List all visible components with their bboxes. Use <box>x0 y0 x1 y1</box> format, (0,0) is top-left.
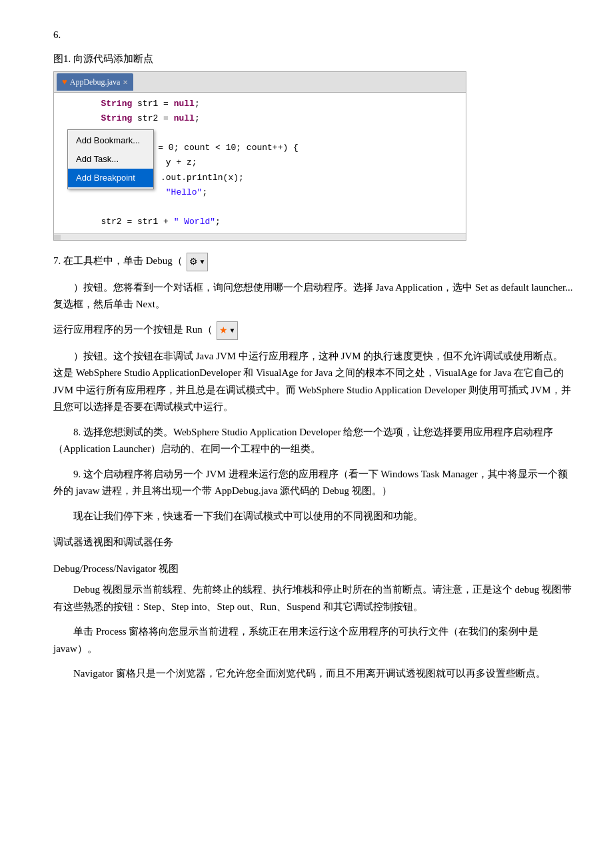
step-6-label: 6. <box>53 27 573 44</box>
step-7-text-before: 7. 在工具栏中，单击 Debug（ <box>53 255 183 266</box>
java-file-icon: ♥ <box>62 75 67 89</box>
code-line-7: str2 = str1 + " World"; <box>54 215 466 229</box>
run-button-section: 运行应用程序的另一个按钮是 Run（ ★ ▼ <box>53 321 573 340</box>
code-tab-bar: ♥ AppDebug.java ✕ <box>54 72 466 93</box>
step-9-paragraph: 9. 这个启动程序将启动另一个 JVM 进程来运行您的应用程序（看一下 Wind… <box>53 466 573 500</box>
gear-icon: ⚙ <box>189 254 198 270</box>
context-menu-add-breakpoint[interactable]: Add Breakpoint <box>68 169 153 187</box>
code-line-2: String str2 = null; <box>54 111 466 126</box>
process-desc-paragraph: 单击 Process 窗格将向您显示当前进程，系统正在用来运行这个应用程序的可执… <box>53 623 573 657</box>
tab-close-icon[interactable]: ✕ <box>123 77 128 88</box>
pause-text-paragraph: 现在让我们停下来，快速看一下我们在调试模式中可以使用的不同视图和功能。 <box>53 508 573 525</box>
code-window: ♥ AppDebug.java ✕ String str1 = null; St… <box>53 71 466 241</box>
step-7-paragraph: 7. 在工具栏中，单击 Debug（ ⚙ ▼ <box>53 253 573 271</box>
debugger-views-heading: 调试器透视图和调试器任务 <box>53 534 573 551</box>
debug-button-icon[interactable]: ⚙ ▼ <box>187 253 209 271</box>
figure-1-label: 图1. 向源代码添加断点 <box>53 51 573 68</box>
run-dropdown-icon: ▼ <box>229 325 236 336</box>
tab-label: AppDebug.java <box>70 75 121 89</box>
debug-navigator-heading: Debug/Process/Navigator 视图 <box>53 561 573 578</box>
code-tab-appdebug[interactable]: ♥ AppDebug.java ✕ <box>57 73 133 91</box>
dropdown-arrow-icon: ▼ <box>199 256 206 267</box>
debug-desc-paragraph: Debug 视图显示当前线程、先前终止的线程、执行堆栈和停止时所在的当前断点。请… <box>53 581 573 615</box>
bottom-scrollbar[interactable] <box>54 233 466 240</box>
code-line-1: String str1 = null; <box>54 97 466 111</box>
run-button-text-before: 运行应用程序的另一个按钮是 Run（ <box>53 324 213 335</box>
context-menu-add-bookmark[interactable]: Add Bookmark... <box>68 131 153 150</box>
context-menu-add-task[interactable]: Add Task... <box>68 150 153 169</box>
step-7-after-text: ）按钮。您将看到一个对话框，询问您想使用哪一个启动程序。选择 Java Appl… <box>53 279 573 313</box>
run-button-desc: ）按钮。这个按钮在非调试 Java JVM 中运行应用程序，这种 JVM 的执行… <box>53 348 573 416</box>
run-button-icon[interactable]: ★ ▼ <box>217 321 239 340</box>
step-8-paragraph: 8. 选择您想测试的类。WebSphere Studio Application… <box>53 424 573 458</box>
navigator-desc-paragraph: Navigator 窗格只是一个浏览器，它允许您全面浏览代码，而且不用离开调试透… <box>53 665 573 683</box>
code-body: String str1 = null; String str2 = null; … <box>54 93 466 233</box>
context-menu[interactable]: Add Bookmark... Add Task... Add Breakpoi… <box>67 129 154 189</box>
run-star-icon: ★ <box>219 323 228 339</box>
scrollbar-thumb <box>54 235 61 240</box>
code-line-blank2 <box>54 200 466 215</box>
